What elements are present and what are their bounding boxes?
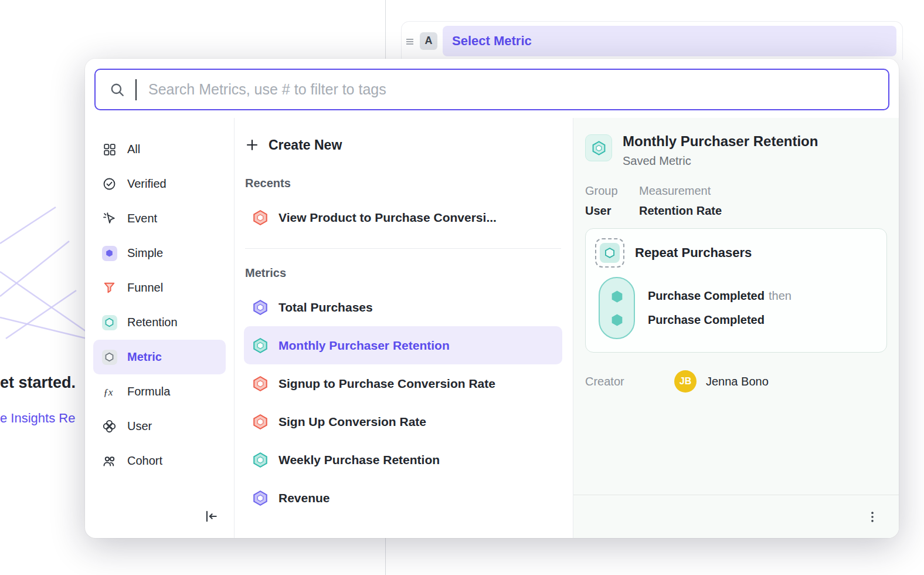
metric-item-label: Signup to Purchase Conversion Rate: [278, 377, 495, 391]
hexagon-purple-icon: [252, 299, 269, 316]
metric-detail-panel: Monthly Purchaser Retention Saved Metric…: [573, 118, 899, 538]
sidebar-item-verified[interactable]: Verified: [93, 167, 226, 201]
retention-metric-icon: [585, 134, 612, 161]
creator-avatar: JB: [674, 370, 697, 393]
metric-hexagon-icon: [101, 349, 117, 365]
metric-item-label: Weekly Purchase Retention: [278, 453, 440, 467]
metrics-section-label: Metrics: [245, 266, 561, 280]
hexagon-teal-icon: [252, 337, 269, 354]
retention-hexagon-icon: [101, 314, 117, 330]
sidebar-item-retention[interactable]: Retention: [93, 305, 226, 340]
sidebar-item-metric[interactable]: Metric: [93, 340, 226, 374]
sequence-steps: Purchase Completedthen Purchase Complete…: [648, 284, 791, 332]
sidebar-item-label: Simple: [127, 246, 163, 260]
search-box[interactable]: [94, 69, 889, 110]
event-cursor-icon: [101, 211, 117, 226]
recents-section-label: Recents: [245, 177, 561, 190]
text-cursor: [135, 79, 137, 100]
search-icon: [110, 82, 125, 97]
sidebar-item-simple[interactable]: Simple: [93, 236, 226, 270]
collapse-sidebar-button[interactable]: [202, 508, 220, 525]
recent-item[interactable]: View Product to Purchase Conversi...: [244, 198, 562, 236]
detail-footer: [573, 495, 899, 538]
sidebar-item-label: Cohort: [127, 454, 162, 468]
background-chart-lines: [0, 202, 94, 340]
sequence-pill: [599, 277, 635, 339]
sidebar-item-label: All: [127, 143, 140, 156]
detail-subtitle: Saved Metric: [623, 154, 818, 168]
cohort-people-icon: [101, 453, 117, 469]
hexagon-purple-icon: [252, 490, 269, 506]
kebab-menu-icon: [866, 510, 879, 523]
metric-item-monthly-purchaser-retention[interactable]: Monthly Purchaser Retention: [244, 326, 562, 364]
detail-title: Monthly Purchaser Retention: [623, 133, 818, 150]
more-options-button[interactable]: [865, 509, 880, 525]
collapse-left-icon: [203, 509, 219, 524]
create-new-label: Create New: [269, 137, 342, 153]
detail-meta: Group User Measurement Retention Rate: [585, 184, 887, 218]
grid-icon: [101, 141, 117, 157]
metric-item-label: Monthly Purchaser Retention: [278, 339, 450, 353]
metric-item-label: Revenue: [278, 491, 330, 505]
measurement-label: Measurement: [639, 184, 722, 198]
behavior-definition-card: Repeat Purchasers: [585, 228, 887, 353]
verified-badge-icon: [101, 176, 117, 192]
create-new-button[interactable]: Create New: [245, 131, 561, 159]
metric-item-revenue[interactable]: Revenue: [244, 479, 562, 517]
group-value: User: [585, 204, 639, 218]
sidebar-item-user[interactable]: User: [93, 409, 226, 444]
step-1-label: Purchase Completed: [648, 289, 765, 302]
metric-item-signup-to-purchase[interactable]: Signup to Purchase Conversion Rate: [244, 364, 562, 402]
sidebar-item-formula[interactable]: ƒx Formula: [93, 374, 226, 409]
step-hexagon-icon: [610, 313, 624, 327]
modal-content: All Verified: [85, 118, 899, 538]
metric-item-total-purchases[interactable]: Total Purchases: [244, 288, 562, 326]
sidebar-item-cohort[interactable]: Cohort: [93, 444, 226, 478]
step-hexagon-icon: [610, 289, 624, 304]
filter-sidebar: All Verified: [85, 118, 235, 538]
sidebar-item-label: Metric: [127, 350, 162, 364]
sidebar-item-funnel[interactable]: Funnel: [93, 270, 226, 305]
sidebar-item-label: Formula: [127, 385, 170, 398]
metric-item-signup-conversion[interactable]: Sign Up Conversion Rate: [244, 402, 562, 441]
step-2-label: Purchase Completed: [648, 313, 765, 326]
plus-icon: [245, 138, 259, 152]
hexagon-orange-icon: [252, 376, 269, 392]
hexagon-orange-icon: [252, 414, 269, 430]
background-heading: et started.: [0, 374, 76, 392]
sidebar-item-label: Event: [127, 212, 157, 225]
user-clover-icon: [101, 418, 117, 434]
measurement-value: Retention Rate: [639, 204, 722, 218]
recent-item-label: View Product to Purchase Conversi...: [278, 211, 497, 225]
sidebar-item-label: Retention: [127, 316, 178, 329]
background-insights-link[interactable]: e Insights Re: [0, 411, 75, 426]
creator-name: Jenna Bono: [706, 375, 769, 388]
sidebar-item-event[interactable]: Event: [93, 201, 226, 236]
metric-item-label: Sign Up Conversion Rate: [278, 415, 426, 429]
metric-list-column: Create New Recents View Product to Purch…: [235, 118, 573, 538]
svg-text:ƒx: ƒx: [103, 386, 113, 397]
funnel-icon: [101, 280, 117, 296]
hexagon-teal-icon: [252, 452, 269, 468]
search-input[interactable]: [148, 81, 874, 98]
drag-handle-icon[interactable]: [405, 36, 415, 46]
sidebar-item-label: Funnel: [127, 281, 163, 295]
behavior-title: Repeat Purchasers: [635, 245, 752, 261]
list-divider: [245, 248, 561, 249]
creator-label: Creator: [585, 375, 674, 388]
select-metric-field[interactable]: Select Metric: [443, 26, 896, 56]
formula-fx-icon: ƒx: [101, 384, 117, 400]
creator-row: Creator JB Jenna Bono: [585, 370, 887, 393]
simple-hexagon-icon: [101, 245, 117, 261]
detail-header: Monthly Purchaser Retention Saved Metric: [585, 133, 887, 168]
hexagon-orange-icon: [252, 209, 269, 226]
step-connector: then: [769, 289, 791, 302]
sidebar-item-label: Verified: [127, 177, 167, 191]
sidebar-item-label: User: [127, 420, 152, 433]
metric-selector-modal: All Verified: [85, 59, 899, 538]
sidebar-item-all[interactable]: All: [93, 132, 226, 167]
behavior-icon: [595, 238, 624, 268]
group-label: Group: [585, 184, 639, 198]
metric-letter-badge: A: [420, 32, 437, 50]
metric-item-weekly-purchase-retention[interactable]: Weekly Purchase Retention: [244, 441, 562, 479]
